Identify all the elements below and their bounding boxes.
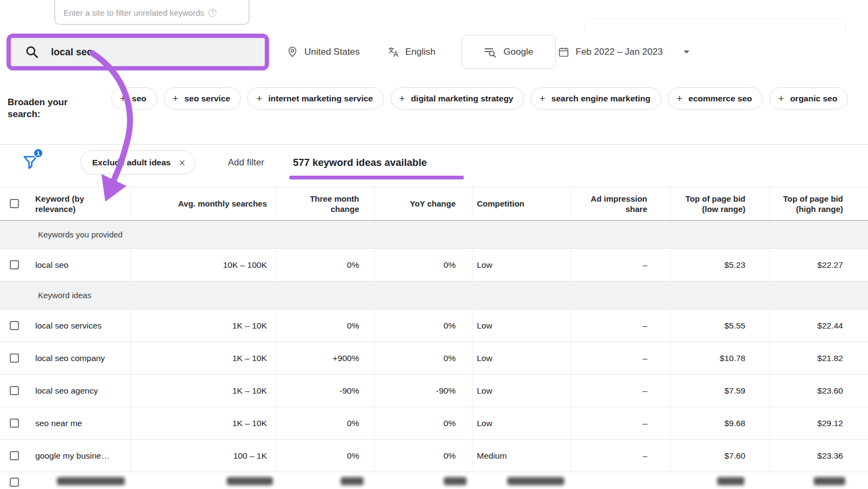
top-right-card-edge <box>584 18 846 33</box>
cell-vol: 1K – 10K <box>130 342 276 374</box>
keyword-text: local seo <box>35 260 68 270</box>
cell-ais: – <box>571 407 670 439</box>
header-ad-impression-share: Ad impression share <box>571 187 670 220</box>
filter-bar: 1 Exclude adult ideas × Add filter 577 k… <box>0 145 868 186</box>
date-range-label: Feb 2022 – Jan 2023 <box>576 47 663 57</box>
row-checkbox[interactable] <box>10 260 19 269</box>
broaden-chip-search-engine-marketing[interactable]: +search engine marketing <box>531 87 661 110</box>
cell-high: $21.82 <box>769 342 868 374</box>
cell-vol: 1K – 10K <box>130 407 276 439</box>
site-filter-placeholder: Enter a site to filter unrelated keyword… <box>63 8 216 17</box>
header-competition: Competition <box>472 187 571 220</box>
keyword-cell: seo near me <box>0 407 130 439</box>
network-selector[interactable]: Google <box>461 35 556 69</box>
chip-label: internet marketing service <box>269 94 373 104</box>
keyword-cell: local seo services <box>0 310 130 342</box>
table-row: local seo company1K – 10K+900%0%Low–$10.… <box>0 342 868 375</box>
header-three-month-change: Three month change <box>276 187 374 220</box>
partial-row-blurred <box>0 472 868 489</box>
cell-yoy: 0% <box>374 342 472 374</box>
language-selector[interactable]: English <box>387 44 436 60</box>
plus-icon: + <box>539 93 545 105</box>
exclude-adult-ideas-chip[interactable]: Exclude adult ideas × <box>80 150 195 175</box>
help-icon: ? <box>208 9 216 17</box>
chip-label: seo service <box>184 94 230 104</box>
row-checkbox[interactable] <box>10 353 19 363</box>
row-checkbox[interactable] <box>10 451 19 460</box>
keyword-text: local seo company <box>35 353 105 363</box>
keyword-search-highlight: local seo <box>7 34 269 70</box>
calendar-icon <box>558 46 570 58</box>
exclude-chip-label: Exclude adult ideas <box>92 158 171 168</box>
cell-high: $29.12 <box>769 407 868 439</box>
table-row: local seo services1K – 10K0%0%Low–$5.55$… <box>0 310 868 342</box>
cell-ais: – <box>571 440 670 472</box>
row-checkbox[interactable] <box>10 478 19 487</box>
cell-comp: Low <box>472 407 571 439</box>
search-network-icon <box>483 46 496 59</box>
table-section-label: Keywords you provided <box>0 221 868 249</box>
broaden-chip-seo-service[interactable]: +seo service <box>164 87 241 110</box>
filter-funnel-button[interactable]: 1 <box>22 153 40 172</box>
row-checkbox[interactable] <box>10 321 19 330</box>
keyword-cell: local seo <box>0 249 130 281</box>
cell-low: $5.55 <box>670 310 769 342</box>
cell-tmc: 0% <box>276 249 374 281</box>
location-pin-icon <box>286 46 298 58</box>
select-all-checkbox[interactable] <box>10 199 19 208</box>
keyword-text: google my busine… <box>35 451 110 461</box>
cell-high: $23.60 <box>769 375 868 407</box>
broaden-chips: +seo+seo service+internet marketing serv… <box>111 87 849 110</box>
row-checkbox[interactable] <box>10 386 19 395</box>
broaden-chip-seo[interactable]: +seo <box>111 87 157 110</box>
search-icon <box>25 45 39 59</box>
chip-label: seo <box>132 94 146 104</box>
cell-tmc: 0% <box>276 407 374 439</box>
cell-comp: Low <box>472 342 571 374</box>
plus-icon: + <box>399 93 405 105</box>
blurred-text <box>57 477 125 485</box>
blurred-text <box>717 477 744 485</box>
chip-label: search engine marketing <box>551 94 650 104</box>
broaden-chip-digital-marketing-strategy[interactable]: +digital marketing strategy <box>391 87 525 110</box>
date-range-selector[interactable]: Feb 2022 – Jan 2023 <box>558 44 690 60</box>
chip-label: organic seo <box>790 94 837 104</box>
cell-ais: – <box>571 342 670 374</box>
cell-yoy: 0% <box>374 249 472 281</box>
header-avg-monthly-searches: Avg. monthly searches <box>130 187 276 220</box>
header-top-of-page-bid-high: Top of page bid (high range) <box>769 187 868 220</box>
row-checkbox[interactable] <box>10 419 19 428</box>
cell-vol: 100 – 1K <box>130 440 276 472</box>
cell-ais: – <box>571 249 670 281</box>
close-icon[interactable]: × <box>179 157 186 168</box>
cell-yoy: 0% <box>374 440 472 472</box>
keyword-text: local seo services <box>35 321 101 331</box>
broaden-chip-organic-seo[interactable]: +organic seo <box>769 87 848 110</box>
cell-high: $23.36 <box>769 440 868 472</box>
language-label: English <box>405 47 436 57</box>
cell-low: $5.23 <box>670 249 769 281</box>
chip-label: ecommerce seo <box>688 94 752 104</box>
chevron-down-icon[interactable] <box>683 50 690 55</box>
broaden-chip-ecommerce-seo[interactable]: +ecommerce seo <box>668 87 763 110</box>
keyword-text: local seo agency <box>35 386 98 396</box>
keyword-cell: google my busine… <box>0 440 130 472</box>
cell-low: $9.68 <box>670 407 769 439</box>
cell-ais: – <box>571 375 670 407</box>
header-keyword: Keyword (by relevance) <box>0 187 130 220</box>
cell-comp: Low <box>472 375 571 407</box>
cell-comp: Low <box>472 310 571 342</box>
plus-icon: + <box>676 93 682 105</box>
blurred-text <box>507 477 564 485</box>
cell-low: $7.59 <box>670 375 769 407</box>
cell-high: $22.44 <box>769 310 868 342</box>
keyword-cell: local seo company <box>0 342 130 374</box>
table-section-label: Keyword ideas <box>0 281 868 310</box>
broaden-chip-internet-marketing-service[interactable]: +internet marketing service <box>247 87 384 110</box>
blurred-text <box>444 477 467 485</box>
blurred-text <box>814 477 845 485</box>
location-selector[interactable]: United States <box>286 44 360 60</box>
ideas-count-label: 577 keyword ideas available <box>293 157 427 169</box>
keyword-search-input[interactable]: local seo <box>11 38 265 66</box>
add-filter-button[interactable]: Add filter <box>228 145 264 180</box>
